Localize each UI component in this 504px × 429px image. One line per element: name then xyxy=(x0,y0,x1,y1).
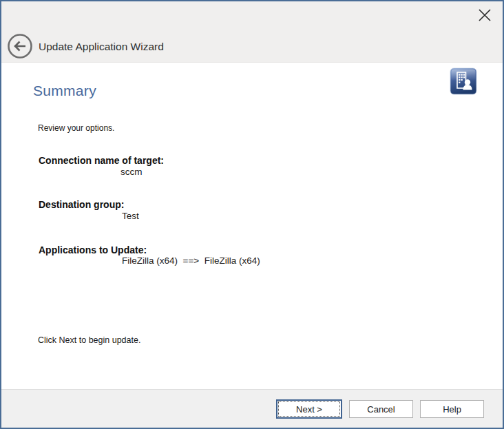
wizard-title: Update Application Wizard xyxy=(39,41,164,53)
field-label: Applications to Update: xyxy=(39,244,147,255)
application-user-icon xyxy=(450,67,477,95)
field-value-destination-group: Test xyxy=(122,211,139,221)
next-button[interactable]: Next > xyxy=(276,399,342,419)
close-icon xyxy=(476,7,493,23)
wizard-footer: Next > Cancel Help xyxy=(1,389,503,428)
page-subtitle: Review your options. xyxy=(38,123,114,133)
wizard-content: Summary xyxy=(1,63,503,389)
field-value-applications-to-update: FileZilla (x64) ==> FileZilla (x64) xyxy=(122,255,260,266)
field-label: Connection name of target: xyxy=(39,155,164,166)
cancel-button[interactable]: Cancel xyxy=(349,400,413,418)
close-button[interactable] xyxy=(475,6,494,25)
field-value-connection-name: sccm xyxy=(120,167,143,177)
wizard-window: Update Application Wizard Summary xyxy=(0,0,504,429)
field-connection-name: Connection name of target: xyxy=(39,154,164,167)
page-title: Summary xyxy=(33,83,96,99)
help-button[interactable]: Help xyxy=(420,400,484,418)
wizard-header: Update Application Wizard xyxy=(1,1,503,63)
back-arrow-icon xyxy=(7,33,33,59)
field-destination-group: Destination group: xyxy=(39,198,124,211)
next-instruction-note: Click Next to begin update. xyxy=(38,335,140,345)
field-applications-to-update: Applications to Update: xyxy=(39,244,147,256)
back-button[interactable] xyxy=(7,33,33,59)
field-label: Destination group: xyxy=(39,199,124,210)
